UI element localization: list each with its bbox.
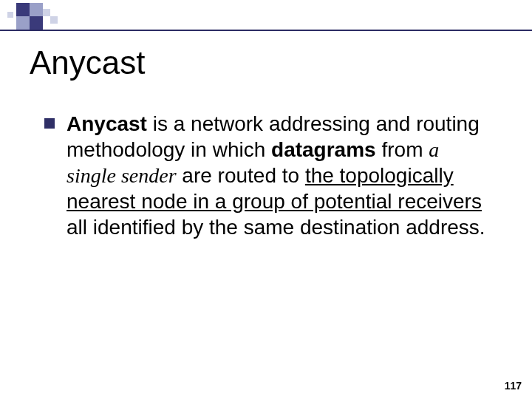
slide-decoration xyxy=(0,0,532,31)
deco-square xyxy=(43,9,50,16)
page-number: 117 xyxy=(505,380,522,392)
text-bold: datagrams xyxy=(271,138,376,161)
slide-title: Anycast xyxy=(30,44,146,81)
bullet-text: Anycast is a network addressing and rout… xyxy=(66,111,488,240)
deco-square xyxy=(30,16,43,30)
bullet-icon xyxy=(44,118,55,129)
deco-square xyxy=(50,16,58,24)
deco-square xyxy=(30,3,43,16)
deco-square xyxy=(7,12,13,18)
bullet-item: Anycast is a network addressing and rout… xyxy=(44,111,488,240)
deco-square xyxy=(16,16,30,30)
deco-square xyxy=(16,3,30,16)
text: all identified by the same destination a… xyxy=(66,216,485,239)
title-underline xyxy=(0,30,532,31)
text: from xyxy=(376,138,429,161)
body-area: Anycast is a network addressing and rout… xyxy=(44,111,488,240)
text: are routed to xyxy=(177,164,305,187)
text-bold: Anycast xyxy=(66,112,147,135)
